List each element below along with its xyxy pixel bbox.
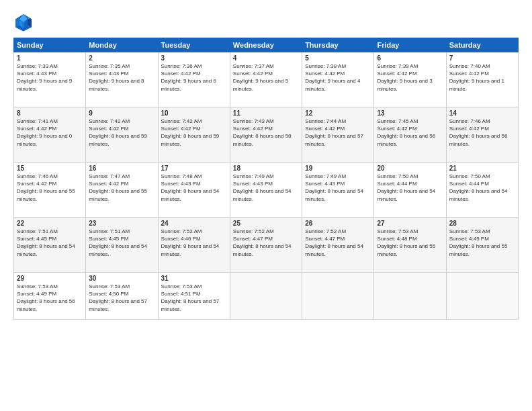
day-info: Sunrise: 7:47 AMSunset: 4:42 PMDaylight:… — [89, 173, 147, 202]
calendar-header-friday: Friday — [374, 38, 446, 52]
day-number: 4 — [233, 54, 299, 62]
calendar-cell: 18 Sunrise: 7:49 AMSunset: 4:43 PMDaylig… — [230, 163, 302, 218]
calendar-cell: 7 Sunrise: 7:40 AMSunset: 4:42 PMDayligh… — [446, 52, 518, 107]
day-number: 30 — [89, 275, 154, 282]
day-number: 11 — [233, 109, 299, 117]
day-info: Sunrise: 7:44 AMSunset: 4:42 PMDaylight:… — [305, 118, 363, 147]
calendar-cell — [230, 273, 302, 320]
day-info: Sunrise: 7:49 AMSunset: 4:43 PMDaylight:… — [233, 173, 292, 202]
day-info: Sunrise: 7:52 AMSunset: 4:46 PMDaylight:… — [161, 228, 220, 257]
day-info: Sunrise: 7:36 AMSunset: 4:42 PMDaylight:… — [161, 63, 216, 92]
day-info: Sunrise: 7:51 AMSunset: 4:45 PMDaylight:… — [89, 228, 147, 257]
calendar-header-thursday: Thursday — [302, 38, 374, 52]
day-info: Sunrise: 7:50 AMSunset: 4:44 PMDaylight:… — [377, 173, 435, 202]
calendar-cell: 15 Sunrise: 7:46 AMSunset: 4:42 PMDaylig… — [14, 163, 86, 218]
calendar-cell: 25 Sunrise: 7:52 AMSunset: 4:47 PMDaylig… — [230, 218, 302, 273]
calendar-cell: 11 Sunrise: 7:43 AMSunset: 4:42 PMDaylig… — [230, 107, 302, 163]
logo — [13, 12, 36, 32]
day-number: 28 — [449, 220, 515, 227]
day-info: Sunrise: 7:48 AMSunset: 4:43 PMDaylight:… — [161, 173, 220, 202]
day-number: 13 — [377, 109, 443, 117]
day-number: 17 — [161, 165, 227, 172]
day-number: 19 — [305, 165, 371, 172]
calendar-week-4: 22 Sunrise: 7:51 AMSunset: 4:45 PMDaylig… — [14, 218, 519, 273]
day-info: Sunrise: 7:42 AMSunset: 4:42 PMDaylight:… — [161, 118, 220, 147]
day-number: 23 — [89, 220, 154, 227]
calendar-cell: 19 Sunrise: 7:49 AMSunset: 4:43 PMDaylig… — [302, 163, 374, 218]
day-info: Sunrise: 7:53 AMSunset: 4:50 PMDaylight:… — [89, 283, 147, 312]
page: SundayMondayTuesdayWednesdayThursdayFrid… — [0, 0, 532, 411]
calendar-cell: 2 Sunrise: 7:35 AMSunset: 4:43 PMDayligh… — [86, 52, 158, 107]
day-info: Sunrise: 7:51 AMSunset: 4:45 PMDaylight:… — [17, 228, 75, 257]
day-number: 18 — [233, 165, 299, 172]
calendar-cell: 3 Sunrise: 7:36 AMSunset: 4:42 PMDayligh… — [158, 52, 230, 107]
day-info: Sunrise: 7:53 AMSunset: 4:49 PMDaylight:… — [449, 228, 508, 257]
header — [13, 12, 519, 32]
day-info: Sunrise: 7:43 AMSunset: 4:42 PMDaylight:… — [233, 118, 292, 147]
day-info: Sunrise: 7:53 AMSunset: 4:48 PMDaylight:… — [377, 228, 435, 257]
calendar-header-tuesday: Tuesday — [158, 38, 230, 52]
day-info: Sunrise: 7:52 AMSunset: 4:47 PMDaylight:… — [233, 228, 292, 257]
logo-icon — [13, 12, 34, 32]
day-info: Sunrise: 7:46 AMSunset: 4:42 PMDaylight:… — [449, 118, 508, 147]
day-info: Sunrise: 7:35 AMSunset: 4:43 PMDaylight:… — [89, 63, 144, 92]
calendar-cell: 21 Sunrise: 7:50 AMSunset: 4:44 PMDaylig… — [446, 163, 518, 218]
day-number: 7 — [449, 54, 515, 62]
calendar-cell: 10 Sunrise: 7:42 AMSunset: 4:42 PMDaylig… — [158, 107, 230, 163]
day-number: 14 — [449, 109, 515, 117]
day-number: 27 — [377, 220, 443, 227]
calendar-cell: 6 Sunrise: 7:39 AMSunset: 4:42 PMDayligh… — [374, 52, 446, 107]
calendar-cell: 14 Sunrise: 7:46 AMSunset: 4:42 PMDaylig… — [446, 107, 518, 163]
day-number: 22 — [17, 220, 83, 227]
calendar-header-sunday: Sunday — [14, 38, 86, 52]
calendar-cell: 28 Sunrise: 7:53 AMSunset: 4:49 PMDaylig… — [446, 218, 518, 273]
calendar-week-1: 1 Sunrise: 7:33 AMSunset: 4:43 PMDayligh… — [14, 52, 519, 107]
calendar-cell: 20 Sunrise: 7:50 AMSunset: 4:44 PMDaylig… — [374, 163, 446, 218]
day-number: 15 — [17, 165, 83, 172]
day-info: Sunrise: 7:45 AMSunset: 4:42 PMDaylight:… — [377, 118, 435, 147]
calendar-cell: 13 Sunrise: 7:45 AMSunset: 4:42 PMDaylig… — [374, 107, 446, 163]
day-number: 26 — [305, 220, 371, 227]
calendar-cell: 12 Sunrise: 7:44 AMSunset: 4:42 PMDaylig… — [302, 107, 374, 163]
calendar-week-3: 15 Sunrise: 7:46 AMSunset: 4:42 PMDaylig… — [14, 163, 519, 218]
day-number: 16 — [89, 165, 154, 172]
calendar-header-wednesday: Wednesday — [230, 38, 302, 52]
calendar-cell: 22 Sunrise: 7:51 AMSunset: 4:45 PMDaylig… — [14, 218, 86, 273]
calendar-cell: 29 Sunrise: 7:53 AMSunset: 4:49 PMDaylig… — [14, 273, 86, 320]
day-number: 9 — [89, 109, 154, 117]
day-info: Sunrise: 7:39 AMSunset: 4:42 PMDaylight:… — [377, 63, 432, 92]
day-info: Sunrise: 7:42 AMSunset: 4:42 PMDaylight:… — [89, 118, 147, 147]
calendar-week-2: 8 Sunrise: 7:41 AMSunset: 4:42 PMDayligh… — [14, 107, 519, 163]
day-number: 10 — [161, 109, 227, 117]
day-info: Sunrise: 7:46 AMSunset: 4:42 PMDaylight:… — [17, 173, 75, 202]
calendar-cell: 27 Sunrise: 7:53 AMSunset: 4:48 PMDaylig… — [374, 218, 446, 273]
calendar-cell: 31 Sunrise: 7:53 AMSunset: 4:51 PMDaylig… — [158, 273, 230, 320]
calendar-week-5: 29 Sunrise: 7:53 AMSunset: 4:49 PMDaylig… — [14, 273, 519, 320]
day-number: 8 — [17, 109, 83, 117]
calendar-cell — [374, 273, 446, 320]
day-number: 24 — [161, 220, 227, 227]
day-info: Sunrise: 7:52 AMSunset: 4:47 PMDaylight:… — [305, 228, 363, 257]
day-info: Sunrise: 7:38 AMSunset: 4:42 PMDaylight:… — [305, 63, 360, 92]
day-number: 2 — [89, 54, 154, 62]
calendar-cell: 30 Sunrise: 7:53 AMSunset: 4:50 PMDaylig… — [86, 273, 158, 320]
calendar-table: SundayMondayTuesdayWednesdayThursdayFrid… — [13, 38, 519, 320]
day-info: Sunrise: 7:37 AMSunset: 4:42 PMDaylight:… — [233, 63, 288, 92]
day-number: 1 — [17, 54, 83, 62]
calendar-header-row: SundayMondayTuesdayWednesdayThursdayFrid… — [14, 38, 519, 52]
calendar-header-monday: Monday — [86, 38, 158, 52]
calendar-cell: 4 Sunrise: 7:37 AMSunset: 4:42 PMDayligh… — [230, 52, 302, 107]
day-info: Sunrise: 7:53 AMSunset: 4:49 PMDaylight:… — [17, 283, 75, 312]
day-number: 12 — [305, 109, 371, 117]
calendar-cell: 9 Sunrise: 7:42 AMSunset: 4:42 PMDayligh… — [86, 107, 158, 163]
calendar-header-saturday: Saturday — [446, 38, 518, 52]
day-info: Sunrise: 7:33 AMSunset: 4:43 PMDaylight:… — [17, 63, 72, 92]
day-number: 25 — [233, 220, 299, 227]
day-info: Sunrise: 7:49 AMSunset: 4:43 PMDaylight:… — [305, 173, 363, 202]
calendar-cell — [446, 273, 518, 320]
calendar-cell — [302, 273, 374, 320]
day-number: 20 — [377, 165, 443, 172]
day-number: 6 — [377, 54, 443, 62]
calendar-cell: 8 Sunrise: 7:41 AMSunset: 4:42 PMDayligh… — [14, 107, 86, 163]
day-number: 31 — [161, 275, 227, 282]
